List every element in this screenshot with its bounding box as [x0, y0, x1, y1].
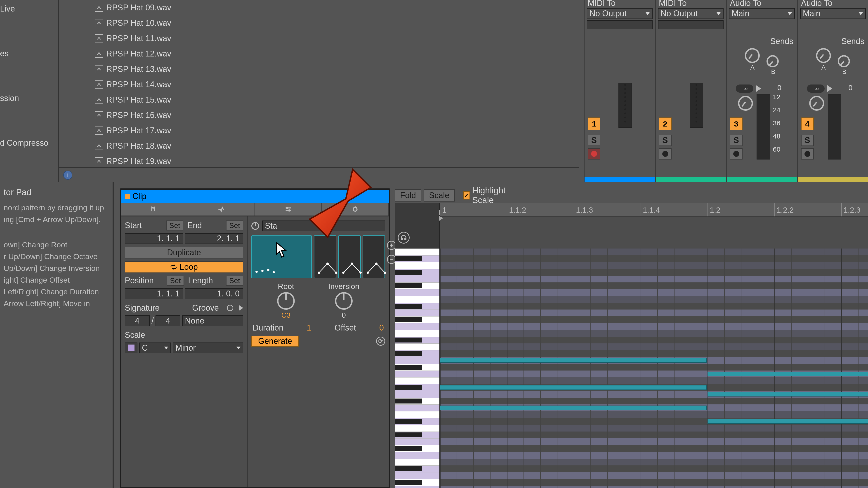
position-set-button[interactable]: Set [167, 275, 184, 286]
category-item[interactable]: d Compresso [0, 134, 58, 152]
generate-button[interactable]: Generate [251, 336, 299, 347]
file-row[interactable]: RPSP Hat 14.wav [59, 77, 579, 92]
inversion-knob[interactable] [335, 292, 352, 310]
clip-stop-icon[interactable] [125, 194, 130, 199]
duration-value[interactable]: 1 [307, 323, 311, 332]
pattern-cell-4[interactable] [363, 235, 385, 278]
solo-button[interactable]: S [659, 135, 672, 146]
io-value-box[interactable] [587, 20, 653, 29]
ruler-tick[interactable]: 1.1.2 [507, 203, 526, 217]
file-row[interactable]: RPSP Hat 19.wav [59, 154, 579, 169]
ruler-tick[interactable]: 1 [440, 203, 446, 217]
midi-note[interactable] [440, 405, 707, 410]
loop-button[interactable]: Loop [125, 261, 243, 273]
midi-note[interactable] [708, 372, 868, 376]
piano-roll-grid[interactable]: 11.1.21.1.31.1.41.21.2.21.2.3 [440, 203, 868, 488]
record-arm-button[interactable] [659, 148, 672, 160]
clip-tab-envelope[interactable] [188, 203, 255, 216]
start-value[interactable]: 1. 1. 1 [125, 233, 183, 244]
file-row[interactable]: RPSP Hat 17.wav [59, 123, 579, 138]
mixer-track-3[interactable]: Audio To Main A B Sends -∞ 0 12243648603… [726, 0, 797, 182]
file-row[interactable]: RPSP Hat 11.wav [59, 31, 579, 46]
clip-tab-random[interactable] [322, 203, 389, 216]
generator-preset-select[interactable]: Sta [262, 221, 385, 231]
note-area[interactable] [440, 249, 868, 488]
io-value-box[interactable] [658, 20, 724, 29]
record-arm-button[interactable] [730, 148, 743, 160]
category-item[interactable]: ssion [0, 90, 58, 107]
send-a-knob[interactable] [816, 48, 831, 63]
file-row[interactable]: RPSP Hat 18.wav [59, 138, 579, 154]
midi-note[interactable] [440, 385, 707, 390]
mixer-track-2[interactable]: MIDI To No Output2 S [655, 0, 726, 182]
info-icon[interactable]: i [63, 170, 72, 180]
pattern-cell-3[interactable] [338, 235, 361, 278]
io-routing-select[interactable]: Main [800, 8, 866, 19]
record-arm-button[interactable] [801, 148, 814, 160]
category-item[interactable]: es [0, 45, 58, 62]
pattern-cell-2[interactable] [314, 235, 336, 278]
ruler-tick[interactable]: 1.1.4 [641, 203, 660, 217]
sig-numerator[interactable]: 4 [125, 315, 150, 326]
piano-roll[interactable]: C4C3C2 11.1.21.1.31.1.41.21.2.21.2.3 [395, 203, 868, 488]
groove-select[interactable]: None [182, 315, 243, 326]
file-row[interactable]: RPSP Hat 15.wav [59, 92, 579, 107]
root-knob[interactable] [277, 292, 295, 310]
io-routing-select[interactable]: Main [729, 8, 795, 19]
track-activator-button[interactable]: 1 [588, 118, 600, 130]
regenerate-icon[interactable]: ⟳ [376, 337, 385, 346]
file-row[interactable]: RPSP Hat 16.wav [59, 107, 579, 123]
file-row[interactable]: RPSP Hat 13.wav [59, 61, 579, 77]
piano-roll-keys[interactable]: C4C3C2 [395, 203, 440, 488]
solo-button[interactable]: S [588, 135, 600, 146]
browser-categories[interactable]: Liveesssiond Compresso [0, 0, 59, 182]
midi-note[interactable] [440, 358, 707, 363]
highlight-scale-checkbox[interactable]: ✓ [463, 191, 470, 199]
clip-header[interactable]: Clip [121, 190, 389, 203]
clip-tab-tools[interactable] [255, 203, 322, 216]
send-b-knob[interactable] [767, 55, 779, 67]
peak-level[interactable]: -∞ [807, 85, 825, 93]
solo-button[interactable]: S [801, 135, 814, 146]
io-routing-select[interactable]: No Output [658, 8, 724, 19]
send-a-knob[interactable] [745, 48, 760, 63]
groove-commit-icon[interactable] [239, 305, 243, 311]
record-arm-button[interactable] [588, 148, 600, 160]
scale-root-select[interactable]: C [139, 343, 171, 353]
category-item[interactable]: Live [0, 0, 58, 18]
end-value[interactable]: 2. 1. 1 [185, 233, 243, 244]
midi-note[interactable] [708, 419, 868, 424]
mixer-track-1[interactable]: MIDI To No Output1 S [584, 0, 655, 182]
timeline-ruler[interactable]: 11.1.21.1.31.1.41.21.2.21.2.3 [440, 203, 868, 217]
ruler-tick[interactable]: 1.2 [708, 203, 720, 217]
fader-handle-icon[interactable] [827, 85, 832, 92]
pattern-cell-1[interactable] [251, 235, 312, 278]
duplicate-button[interactable]: Duplicate [125, 247, 243, 258]
track-activator-button[interactable]: 3 [730, 118, 743, 130]
solo-button[interactable]: S [730, 135, 743, 146]
io-routing-select[interactable]: No Output [587, 8, 653, 19]
fold-button[interactable]: Fold [395, 189, 421, 201]
ruler-tick[interactable]: 1.1.3 [574, 203, 593, 217]
start-set-button[interactable]: Set [166, 221, 183, 230]
offset-value[interactable]: 0 [379, 323, 384, 332]
pan-knob[interactable] [809, 96, 824, 111]
scale-button[interactable]: Scale [424, 189, 455, 201]
file-row[interactable]: RPSP Hat 10.wav [59, 15, 579, 31]
position-value[interactable]: 1. 1. 1 [125, 288, 183, 299]
end-set-button[interactable]: Set [226, 221, 243, 230]
sig-denominator[interactable]: 4 [156, 315, 180, 326]
file-row[interactable]: RPSP Hat 09.wav [59, 0, 579, 15]
send-b-knob[interactable] [838, 55, 850, 67]
fader-handle-icon[interactable] [756, 85, 761, 92]
length-set-button[interactable]: Set [226, 275, 243, 286]
scale-toggle[interactable] [125, 343, 137, 353]
pan-knob[interactable] [738, 96, 753, 111]
mixer-track-4[interactable]: Audio To Main A B Sends -∞ 0 4 S [797, 0, 868, 182]
generator-power-icon[interactable] [251, 222, 259, 230]
track-activator-button[interactable]: 2 [659, 118, 672, 130]
ruler-tick[interactable]: 1.2.3 [841, 203, 861, 217]
file-browser[interactable]: RPSP Hat 09.wavRPSP Hat 10.wavRPSP Hat 1… [59, 0, 579, 168]
peak-level[interactable]: -∞ [736, 85, 753, 93]
track-activator-button[interactable]: 4 [801, 118, 814, 130]
